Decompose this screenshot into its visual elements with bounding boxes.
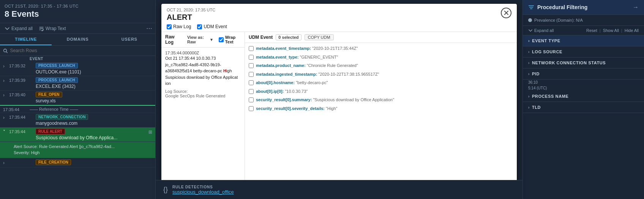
col-time	[3, 57, 30, 61]
tab-domains[interactable]: DOMAINS	[52, 34, 103, 45]
table-row[interactable]: › 17:35:32 PROCESS_LAUNCH OUTLOOK.exe (1…	[0, 62, 155, 76]
udm-field-ip: about[0].ip[0]: "10.0.30.73"	[249, 88, 513, 95]
udm-field-text: metadata.event_type: "GENERIC_EVENT"	[256, 54, 338, 60]
modal-close-button[interactable]: ✕	[501, 8, 511, 18]
filter-section-process-name: › PROCESS NAME	[523, 91, 644, 102]
udm-field-product-name: metadata.product_name: "Chronicle Rule G…	[249, 62, 513, 69]
event-body: FILE_OPEN survey.xls	[36, 92, 152, 103]
udm-field-checkbox[interactable]	[249, 63, 254, 68]
filter-section-log-source: › LOG SOURCE	[523, 46, 644, 57]
udm-field-text: about[0].ip[0]: "10.0.30.73"	[256, 88, 308, 95]
more-options-button[interactable]: ⋯	[146, 25, 152, 32]
alert-source-row: Alert Source: Rule Generated Alert [jo_c…	[14, 143, 150, 150]
udm-field-checkbox[interactable]	[249, 46, 254, 51]
event-time: 17:35:40	[9, 92, 36, 97]
chevron-down-icon: ˅	[3, 129, 9, 135]
filter-section-label: NETWORK CONNECTION STATUS	[532, 60, 606, 65]
table-row[interactable]: › 17:35:39 PROCESS_LAUNCH EXCEL.EXE (343…	[0, 76, 155, 91]
event-time: 17:35:39	[9, 77, 36, 83]
view-as-select[interactable]: View as: Raw ▾	[187, 35, 213, 44]
search-input[interactable]	[10, 48, 152, 53]
filter-section-header[interactable]: › PROCESS NAME	[528, 94, 639, 99]
table-row[interactable]: › 17:35:44 NETWORK_CONNECTION manygoodne…	[0, 113, 155, 127]
filter-section-label: PROCESS NAME	[532, 94, 568, 99]
udm-event-check-input[interactable]	[197, 24, 202, 29]
right-title-text: Procedural Filtering	[537, 4, 587, 10]
tab-timeline[interactable]: TIMELINE	[0, 34, 52, 45]
event-time	[9, 159, 36, 160]
udm-field-text: about[0].hostname: "betty-decaro-pc"	[256, 80, 328, 86]
raw-log-check-input[interactable]	[167, 24, 172, 29]
event-count: 8 Events	[5, 9, 151, 19]
event-badge: FILE_CREATION	[36, 159, 71, 165]
udm-header: UDM Event 0 selected COPY UDM	[245, 32, 517, 43]
filter-section-header[interactable]: › TLD	[528, 105, 639, 110]
rule-detections-link[interactable]: suspicious_download_office	[172, 189, 234, 195]
rule-detections-label: RULE DETECTIONS	[172, 185, 234, 189]
event-badge: PROCESS_LAUNCH	[36, 77, 78, 83]
selected-count: 0 selected	[276, 34, 301, 40]
alert-details: Alert Source: Rule Generated Alert [jo_c…	[0, 142, 155, 158]
event-badge: NETWORK_CONNECTION	[36, 114, 88, 120]
search-icon	[3, 48, 8, 53]
udm-field-checkbox[interactable]	[249, 97, 254, 102]
col-event: EVENT	[30, 57, 152, 61]
prevalence-dot	[528, 18, 532, 22]
modal-header: OCT 21, 2020: 17:35 UTC ALERT ✕ Raw Log …	[161, 4, 517, 32]
wrap-text-button[interactable]: Wrap Text	[37, 25, 68, 32]
reference-time-row: 17:35:44 —— Reference Time ——	[0, 105, 155, 113]
log-source: Log Source: Google SecOps Rule Generated	[165, 89, 241, 98]
filter-section-header[interactable]: › LOG SOURCE	[528, 49, 639, 54]
chevron-right-icon: ›	[528, 61, 530, 65]
raw-log-header: Raw Log View as: Raw ▾ Wrap Text	[161, 32, 245, 48]
wrap-text-check-input[interactable]	[219, 37, 224, 42]
small-time: 36:10	[523, 80, 644, 85]
filter-section-header[interactable]: › EVENT TYPE	[528, 38, 639, 43]
udm-fields: metadata.event_timestamp: "2020-10-21T17…	[245, 43, 517, 199]
tab-users[interactable]: USERS	[104, 34, 155, 45]
rule-icon: {}	[163, 186, 168, 194]
filter-section-header[interactable]: › PID	[528, 72, 639, 76]
left-panel: OCT 21ST, 2020: 17:35 - 17:36 UTC 8 Even…	[0, 0, 156, 199]
raw-log-col-label: Raw Log	[165, 34, 181, 45]
tabs-row: TIMELINE DOMAINS USERS	[0, 34, 155, 46]
raw-log-time: 17:35:44.000000Z	[165, 51, 241, 55]
event-body: PROCESS_LAUNCH OUTLOOK.exe (1101)	[36, 63, 152, 75]
expand-all-button[interactable]: Expand all	[3, 25, 34, 32]
small-time-2: 5:14 (UTC)	[523, 85, 644, 91]
raw-log-checkbox[interactable]: Raw Log	[167, 24, 191, 29]
udm-event-checkbox[interactable]: UDM Event	[197, 24, 227, 29]
udm-field-hostname: about[0].hostname: "betty-decaro-pc"	[249, 80, 513, 86]
show-all-link[interactable]: Show All	[603, 28, 619, 33]
filter-section-header[interactable]: › NETWORK CONNECTION STATUS	[528, 60, 639, 65]
svg-point-0	[4, 49, 7, 52]
event-body: NETWORK_CONNECTION manygoodnews.com	[36, 114, 152, 126]
event-badge: FILE_OPEN	[36, 92, 62, 97]
copy-udm-button[interactable]: COPY UDM	[305, 34, 334, 40]
right-header: Procedural Filtering →	[523, 0, 644, 15]
reset-link[interactable]: Reset	[586, 28, 597, 33]
right-scroll: › EVENT TYPE › LOG SOURCE › NETWORK CONN…	[523, 35, 644, 199]
event-name: OUTLOOK.exe (1101)	[36, 69, 152, 75]
col-header-row: EVENT	[0, 56, 155, 62]
qr-icon: ⊞	[148, 129, 152, 135]
chevron-right-icon: ›	[528, 38, 530, 43]
severity-row: Severity: High	[14, 150, 150, 156]
udm-field-checkbox[interactable]	[249, 72, 254, 77]
wrap-text-checkbox[interactable]: Wrap Text	[219, 35, 241, 44]
udm-field-checkbox[interactable]	[249, 89, 254, 94]
right-expand-all-button[interactable]: Expand all	[528, 28, 554, 33]
filter-section-label: TLD	[532, 105, 541, 110]
table-row[interactable]: ˅ 17:35:44 RULE ALERT ⊞ Suspicious downl…	[0, 127, 155, 142]
udm-field-severity: security_result[0].severity_details: "Hi…	[249, 105, 513, 112]
hide-all-link[interactable]: Hide All	[625, 28, 639, 33]
view-as-label: View as: Raw	[187, 35, 209, 44]
table-row[interactable]: › 17:35:40 FILE_OPEN survey.xls	[0, 91, 155, 105]
udm-field-checkbox[interactable]	[249, 80, 254, 85]
prevalence-label: Prevalence (Domain): N/A	[534, 18, 583, 22]
table-row[interactable]: › FILE_CREATION	[0, 158, 155, 167]
raw-log-text: Oct 21 17:35:44 10.0.30.73 jo_c7fca982-4…	[165, 55, 241, 87]
udm-field-checkbox[interactable]	[249, 55, 254, 60]
right-panel-arrow[interactable]: →	[633, 4, 639, 11]
udm-field-checkbox[interactable]	[249, 106, 254, 111]
